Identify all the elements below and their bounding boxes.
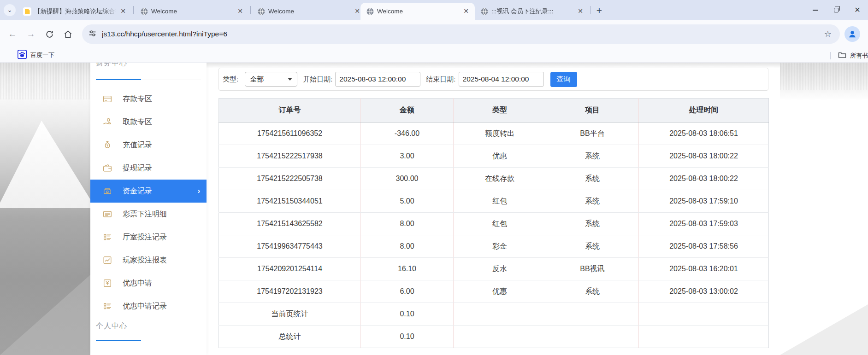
sidebar-item-deposit-zone[interactable]: 存款专区 bbox=[90, 87, 207, 111]
globe-favicon-icon bbox=[366, 7, 374, 16]
table-row: 17542151436255828.00红包系统2025-08-03 17:59… bbox=[219, 213, 769, 235]
col-process-time: 处理时间 bbox=[639, 99, 769, 122]
tab-separator bbox=[133, 6, 134, 14]
tab-search-button[interactable]: ⌄ bbox=[4, 4, 16, 16]
table-row: 17542152225179383.00优惠系统2025-08-03 18:00… bbox=[219, 145, 769, 168]
sidebar-section-personal: 个人中心 bbox=[96, 321, 127, 331]
decor-triangle bbox=[0, 261, 90, 355]
cash-stack-icon bbox=[102, 186, 112, 196]
end-date-input[interactable] bbox=[459, 72, 544, 87]
folder-icon bbox=[838, 51, 846, 60]
wallet-icon bbox=[102, 163, 112, 173]
sidebar-menu: 存款专区 取款专区 充值记录 提现记录 资金记录 › 彩票下注明细 bbox=[90, 87, 207, 318]
tab-welcome-1[interactable]: Welcome ✕ bbox=[135, 3, 249, 20]
page-content: 财务中心 存款专区 取款专区 充值记录 提现记录 资金记录 bbox=[0, 63, 868, 355]
sidebar-item-recharge-records[interactable]: 充值记录 bbox=[90, 134, 207, 157]
tab-title: Welcome bbox=[268, 8, 350, 15]
col-amount: 金额 bbox=[361, 99, 454, 122]
tab-title: Welcome bbox=[151, 8, 233, 15]
tab-title: :::视讯 会员下注纪录::: bbox=[491, 7, 573, 16]
back-button[interactable]: ← bbox=[5, 26, 20, 42]
records-table: 订单号 金额 类型 项目 处理时间 1754215611096352-346.0… bbox=[218, 98, 769, 348]
type-select[interactable]: 全部 bbox=[245, 72, 297, 87]
start-date-input[interactable] bbox=[335, 72, 420, 87]
bookmark-baidu[interactable]: 百度一下 bbox=[18, 50, 54, 61]
page-background-left bbox=[0, 63, 90, 355]
home-button[interactable] bbox=[60, 26, 76, 42]
end-date-label: 结束日期: bbox=[426, 75, 455, 84]
col-order-id: 订单号 bbox=[219, 99, 361, 122]
list-icon bbox=[102, 232, 112, 242]
table-row: 1754215611096352-346.00额度转出BB平台2025-08-0… bbox=[219, 122, 769, 145]
chevron-down-icon bbox=[288, 78, 292, 81]
baidu-paw-icon bbox=[18, 50, 27, 61]
note-favicon-icon bbox=[23, 7, 31, 16]
sidebar-item-fund-records[interactable]: 资金记录 › bbox=[90, 180, 207, 203]
forward-button[interactable]: → bbox=[23, 26, 39, 42]
globe-favicon-icon bbox=[480, 7, 489, 16]
table-row: 1754215222505738300.00在线存款系统2025-08-03 1… bbox=[219, 168, 769, 190]
sidebar-section-finance: 财务中心 bbox=[96, 63, 127, 68]
new-tab-button[interactable]: + bbox=[593, 5, 606, 17]
sidebar-item-withdraw-records[interactable]: 提现记录 bbox=[90, 157, 207, 180]
close-icon[interactable]: ✕ bbox=[119, 7, 127, 16]
reload-button[interactable] bbox=[41, 26, 57, 42]
table-row: 17541972021319236.00优惠系统2025-08-03 13:00… bbox=[219, 280, 769, 303]
table-row: 17542151503440515.00红包系统2025-08-03 17:59… bbox=[219, 190, 769, 213]
minimize-button[interactable] bbox=[804, 0, 826, 20]
close-window-button[interactable]: ✕ bbox=[847, 0, 868, 20]
list-card-icon bbox=[102, 209, 112, 219]
page-background-right bbox=[780, 63, 868, 355]
all-bookmarks[interactable]: 所有书 bbox=[830, 48, 868, 63]
chart-icon bbox=[102, 255, 112, 265]
url-text[interactable]: js13.cc/hhcp/usercenter.html?iniType=6 bbox=[102, 30, 824, 38]
sidebar-item-player-bet-report[interactable]: 玩家投注报表 bbox=[90, 249, 207, 272]
close-icon[interactable]: ✕ bbox=[236, 7, 244, 16]
tab-strip: ⌄ 【新提醒】海燕策略论坛综合交 ✕ Welcome ✕ Welcome ✕ W… bbox=[0, 0, 868, 20]
sidebar: 财务中心 存款专区 取款专区 充值记录 提现记录 资金记录 bbox=[90, 63, 207, 355]
tab-title: Welcome bbox=[377, 8, 459, 15]
bank-card-icon bbox=[102, 94, 112, 104]
all-bookmarks-label: 所有书 bbox=[850, 52, 868, 60]
table-header-row: 订单号 金额 类型 项目 处理时间 bbox=[219, 99, 769, 122]
bookmark-label: 百度一下 bbox=[30, 51, 54, 59]
address-bar[interactable]: js13.cc/hhcp/usercenter.html?iniType=6 ☆ bbox=[82, 24, 840, 44]
close-icon[interactable]: ✕ bbox=[462, 7, 470, 16]
table-row-page-summary: 当前页统计0.10 bbox=[219, 303, 769, 326]
sidebar-item-withdraw-zone[interactable]: 取款专区 bbox=[90, 111, 207, 134]
tab-welcome-active[interactable]: Welcome ✕ bbox=[360, 3, 475, 20]
tab-welcome-2[interactable]: Welcome ✕ bbox=[252, 3, 366, 20]
bookmarks-bar: 百度一下 所有书 bbox=[0, 48, 868, 63]
globe-favicon-icon bbox=[257, 7, 266, 16]
restore-button[interactable] bbox=[826, 0, 847, 20]
tab-separator bbox=[250, 6, 251, 14]
site-settings-icon[interactable] bbox=[89, 29, 96, 39]
table-row: 175420920125411416.10反水BB视讯2025-08-03 16… bbox=[219, 258, 769, 280]
table-row: 17541996347754438.00彩金系统2025-08-03 17:58… bbox=[219, 235, 769, 258]
browser-toolbar: ← → js13.cc/hhcp/usercenter.html?iniType… bbox=[0, 20, 868, 48]
bookmark-star-icon[interactable]: ☆ bbox=[824, 29, 832, 39]
money-bag-icon bbox=[102, 140, 112, 150]
search-button[interactable]: 查询 bbox=[550, 72, 577, 87]
filter-bar: 类型: 全部 开始日期: 结束日期: 查询 bbox=[218, 68, 768, 91]
section-accent-bar bbox=[96, 340, 141, 341]
type-label: 类型: bbox=[223, 75, 238, 84]
decor-triangle bbox=[0, 121, 90, 208]
main-content: 类型: 全部 开始日期: 结束日期: 查询 订单号 金额 类型 项目 处理时间 bbox=[218, 63, 768, 355]
bookmarks-divider bbox=[830, 52, 831, 59]
tab-video-records[interactable]: :::视讯 会员下注纪录::: ✕ bbox=[475, 3, 589, 20]
profile-avatar[interactable] bbox=[844, 26, 860, 42]
section-accent-bar bbox=[96, 79, 141, 80]
window-controls: ✕ bbox=[804, 0, 868, 20]
close-icon[interactable]: ✕ bbox=[576, 7, 585, 16]
sidebar-item-promo-apply-records[interactable]: 优惠申请记录 bbox=[90, 295, 207, 318]
sidebar-item-promo-apply[interactable]: 优惠申请 bbox=[90, 272, 207, 295]
tab-title: 【新提醒】海燕策略论坛综合交 bbox=[34, 7, 116, 16]
col-type: 类型 bbox=[454, 99, 546, 122]
tab-forum[interactable]: 【新提醒】海燕策略论坛综合交 ✕ bbox=[18, 3, 132, 20]
col-project: 项目 bbox=[546, 99, 639, 122]
sidebar-item-lottery-bet-details[interactable]: 彩票下注明细 bbox=[90, 203, 207, 226]
sidebar-item-hall-bet-records[interactable]: 厅室投注记录 bbox=[90, 226, 207, 249]
start-date-label: 开始日期: bbox=[303, 75, 332, 84]
hand-coin-icon bbox=[102, 117, 112, 127]
